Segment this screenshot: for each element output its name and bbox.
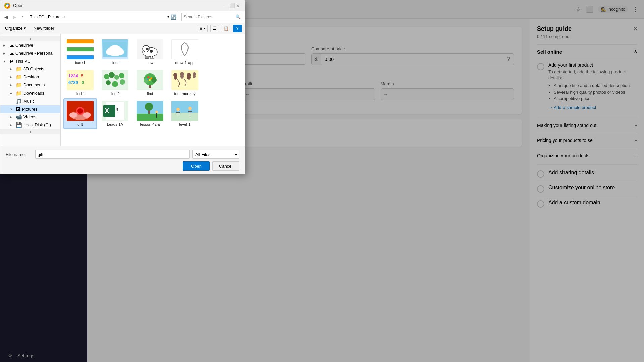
file-row-3: gift X a, Leads: [63, 98, 242, 129]
svg-point-75: [176, 108, 180, 111]
up-button[interactable]: ↑: [20, 14, 25, 20]
cancel-button[interactable]: Cancel: [212, 161, 239, 171]
nav-3d-objects[interactable]: ▶ 📁 3D Objects: [0, 65, 60, 73]
downloads-icon: 📁: [16, 90, 22, 96]
file-item-lesson42a[interactable]: lesson 42 a: [133, 98, 167, 129]
help-button[interactable]: ?: [233, 25, 242, 32]
svg-point-31: [104, 74, 109, 79]
filetype-select[interactable]: All Files JPEG Images PNG Images BMP Ima…: [192, 150, 239, 159]
fourmonkey-name: four monkey: [174, 92, 195, 96]
open-button[interactable]: Open: [183, 161, 210, 171]
file-item-gift[interactable]: gift: [63, 98, 97, 129]
nav-this-pc[interactable]: ▼ 🖥 This PC: [0, 57, 60, 65]
cloud-thumb: [102, 39, 128, 59]
file-item-leads1a[interactable]: X a, Leads 1A: [98, 98, 132, 129]
view-grid-icon: ⊞: [199, 26, 203, 31]
nav-desktop[interactable]: ▶ 📁 Desktop: [0, 73, 60, 81]
file-item-find[interactable]: find: [133, 67, 167, 98]
draw1app-name: draw 1 app: [175, 61, 195, 65]
address-chevron-2: ›: [64, 15, 65, 19]
address-pictures: Pictures: [48, 15, 62, 19]
search-input[interactable]: [184, 15, 234, 19]
file-grid: back1 cloud: [61, 34, 245, 146]
nav-pictures[interactable]: ▼ 🖼 Pictures: [0, 105, 60, 113]
gift-thumb: [67, 101, 94, 121]
nav-local-disk[interactable]: ▶ 💾 Local Disk (C:): [0, 121, 60, 129]
onedrive-icon: ☁: [9, 42, 14, 48]
find1-name: find 1: [75, 92, 85, 96]
svg-point-35: [106, 80, 111, 85]
find1-thumb: 1234 5 6789 0: [67, 70, 94, 90]
3d-icon: 📁: [16, 66, 22, 72]
file-item-fourmonkey[interactable]: four monkey: [168, 67, 202, 98]
filename-row: File name: All Files JPEG Images PNG Ima…: [6, 150, 239, 159]
file-open-dialog: Open — ⬜ ✕ ◀ ▶ ↑ This PC › Pictures › ▾ …: [0, 0, 245, 174]
nav-downloads[interactable]: ▶ 📁 Downloads: [0, 89, 60, 97]
details-view-button[interactable]: ☰: [210, 25, 219, 32]
nav-music[interactable]: 🎵 Music: [0, 97, 60, 105]
window-controls: — ⬜ ✕: [224, 3, 240, 8]
filename-label: File name:: [6, 152, 33, 157]
documents-label: Documents: [23, 83, 45, 87]
svg-point-55: [193, 74, 196, 78]
organize-chevron: ▾: [24, 26, 26, 31]
svg-point-78: [188, 107, 192, 110]
file-item-find1[interactable]: 1234 5 6789 0 find 1: [63, 67, 97, 98]
file-item-back1[interactable]: back1: [63, 37, 97, 67]
refresh-button[interactable]: 🔄: [171, 14, 176, 20]
local-disk-icon: 💾: [16, 122, 22, 128]
organize-button[interactable]: Organize ▾: [3, 25, 28, 32]
svg-rect-6: [67, 47, 94, 51]
view-dropdown-icon: ▾: [204, 27, 205, 30]
svg-point-53: [187, 75, 191, 80]
svg-text:5: 5: [81, 73, 83, 78]
address-chevron-1: ›: [46, 15, 47, 19]
dialog-bottom: File name: All Files JPEG Images PNG Ima…: [0, 146, 245, 174]
file-item-find2[interactable]: find 2: [98, 67, 132, 98]
file-item-cloud[interactable]: cloud: [98, 37, 132, 67]
filename-input[interactable]: [35, 150, 190, 159]
svg-point-51: [180, 74, 184, 79]
back-button[interactable]: ◀: [3, 14, 9, 20]
close-button[interactable]: ✕: [236, 3, 240, 8]
onedrive-label: OneDrive: [15, 43, 33, 48]
forward-button[interactable]: ▶: [11, 14, 18, 20]
nav-videos[interactable]: ▶ 📹 Videos: [0, 113, 60, 121]
back1-thumb: [67, 39, 94, 59]
dialog-title: Open: [13, 3, 221, 8]
nav-scroll-up[interactable]: ▲: [0, 36, 60, 41]
svg-text:1234: 1234: [68, 73, 78, 78]
svg-point-45: [149, 79, 151, 81]
dialog-addressbar: ◀ ▶ ↑ This PC › Pictures › ▾ 🔄 🔍: [0, 11, 245, 23]
svg-rect-19: [145, 56, 147, 59]
nav-documents[interactable]: ▶ 📁 Documents: [0, 81, 60, 89]
tree-expand-desktop: ▶: [10, 75, 14, 79]
draw1app-thumb: [171, 39, 198, 59]
svg-rect-8: [67, 55, 94, 59]
view-icon-button[interactable]: ⊞ ▾: [197, 25, 208, 32]
music-label: Music: [23, 99, 35, 104]
find-name: find: [147, 92, 153, 96]
preview-button[interactable]: 📋: [222, 25, 230, 32]
pictures-label: Pictures: [22, 107, 37, 112]
svg-point-32: [109, 72, 115, 78]
pictures-icon: 🖼: [16, 106, 21, 112]
nav-onedrive[interactable]: ▶ ☁ OneDrive: [0, 41, 60, 49]
new-folder-button[interactable]: New folder: [31, 25, 57, 32]
file-item-draw1app[interactable]: draw 1 app: [168, 37, 202, 67]
svg-point-17: [146, 48, 149, 50]
minimize-button[interactable]: —: [224, 3, 228, 8]
maximize-button[interactable]: ⬜: [230, 3, 234, 8]
dialog-actions: Open Cancel: [6, 161, 239, 171]
dialog-body: ▲ ▶ ☁ OneDrive ▶ ☁ OneDrive - Personal ▼…: [0, 34, 245, 146]
address-dropdown-btn[interactable]: ▾: [167, 15, 169, 19]
file-item-cow[interactable]: cow: [133, 37, 167, 67]
nav-onedrive-personal[interactable]: ▶ ☁ OneDrive - Personal: [0, 49, 60, 57]
tree-expand-docs: ▶: [10, 83, 14, 87]
svg-rect-7: [67, 51, 94, 55]
file-item-level1[interactable]: level 1: [168, 98, 202, 129]
svg-point-44: [150, 77, 152, 79]
find-thumb: [137, 70, 163, 90]
nav-scroll-down[interactable]: ▼: [0, 129, 60, 134]
music-icon: 🎵: [16, 98, 22, 104]
